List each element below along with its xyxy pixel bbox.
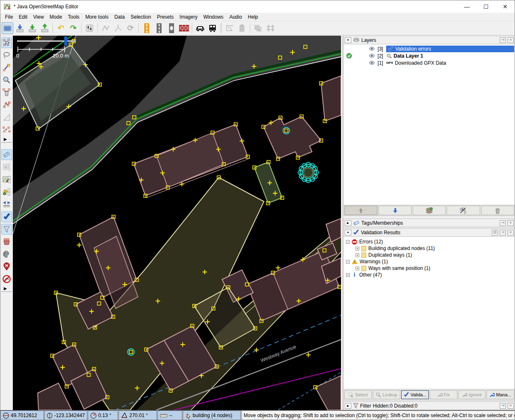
detach-icon[interactable]: ⊡ [492,230,498,235]
menu-tools[interactable]: Tools [65,13,82,21]
menu-help[interactable]: Help [245,13,261,21]
new-layer-icon[interactable] [2,22,13,34]
measure-icon[interactable] [224,22,235,34]
menu-data[interactable]: Data [111,13,128,21]
tree-item-duplicated-ways[interactable]: + Duplicated ways (1) [346,252,515,258]
menu-edit[interactable]: Edit [16,13,30,21]
filter-dialog-icon[interactable] [1,224,12,235]
menu-imagery[interactable]: Imagery [177,13,200,21]
minimize-button[interactable]: — [457,0,476,13]
menu-presets[interactable]: Presets [154,13,177,21]
delete-tool-icon[interactable] [1,87,12,98]
close-panel-icon[interactable]: × [508,220,514,226]
scheme-icon[interactable] [112,22,124,34]
collapse-node-icon[interactable]: − [346,260,350,264]
tree-item-other[interactable]: + i Other (47) [346,272,515,278]
expand-node-icon[interactable]: + [355,247,359,250]
menu-view[interactable]: View [30,13,47,21]
validate-button[interactable]: Valida... [401,390,429,399]
eye-icon[interactable] [369,61,375,65]
undo-icon[interactable]: ↶ [55,22,67,34]
wall-icon[interactable] [178,22,190,34]
collapse-icon[interactable]: ▶ [345,220,351,226]
relations-dialog-icon[interactable] [1,162,12,172]
remote-control-icon[interactable] [100,22,111,34]
layer-row-data[interactable]: [2] Data Layer 1 [343,52,515,59]
road-orange-icon[interactable] [141,22,152,34]
manage-button[interactable]: Mana... [486,390,514,399]
tree-item-building-dup-nodes[interactable]: + Building duplicated nodes (11) [346,245,515,252]
tree-item-ways-same-position[interactable]: + Ways with same position (1) [346,265,515,272]
delete-layer-button[interactable] [481,206,514,215]
changeset-dialog-icon[interactable] [1,236,12,247]
maximize-button[interactable]: ☐ [476,0,496,13]
road-oval-icon[interactable] [166,22,177,34]
close-panel-icon[interactable]: × [508,230,514,235]
conflict-dialog-icon[interactable] [1,199,12,210]
upload-data-icon[interactable] [39,22,51,34]
map-canvas[interactable]: Westway Avenue [13,36,341,410]
fix-button[interactable]: Fix [430,390,457,399]
menu-mode[interactable]: Mode [47,13,65,21]
draw-nodes-tool-icon[interactable] [1,62,12,73]
merge-icon[interactable] [265,22,276,34]
pin-icon[interactable]: ⊣ [500,403,506,409]
expand-node-icon[interactable]: + [346,273,350,277]
expand-icon[interactable]: ▶ [1,285,12,292]
zoom-tool-icon[interactable] [1,75,12,85]
building[interactable] [321,76,341,121]
tags-dialog-icon[interactable] [1,149,12,160]
expand-node-icon[interactable]: + [355,253,359,257]
move-tool-icon[interactable] [1,37,12,48]
close-button[interactable]: ✕ [496,0,515,13]
eye-icon[interactable] [369,54,375,58]
expand-node-icon[interactable]: + [355,267,359,270]
download-data-icon[interactable] [27,22,38,34]
ignore-button[interactable]: Ignore [458,390,486,399]
tree-item-warnings[interactable]: − Warnings (1) [346,258,515,265]
redo-icon[interactable]: ↷ [68,22,79,34]
collapse-node-icon[interactable]: − [346,240,350,244]
merge-nodes-tool-icon[interactable] [1,124,12,135]
close-panel-icon[interactable]: × [508,37,514,43]
lookup-button[interactable]: Lookup [373,390,401,399]
menu-windows[interactable]: Windows [201,13,227,21]
gpx-marker[interactable] [64,36,67,46]
close-panel-icon[interactable]: × [508,403,514,409]
pin-icon[interactable]: ⊣ [500,230,506,235]
collapse-icon[interactable]: ▼ [345,230,351,235]
palette-dialog-icon[interactable] [1,249,12,260]
activate-layer-button[interactable] [413,206,446,215]
unglue-tool-icon[interactable] [1,100,12,110]
menu-file[interactable]: File [2,13,16,21]
move-layer-down-button[interactable] [378,206,411,215]
pin-icon[interactable]: ⊣ [500,220,506,226]
menu-audio[interactable]: Audio [226,13,245,21]
lasso-tool-icon[interactable] [1,50,12,61]
show-hide-layer-button[interactable] [447,206,480,215]
preferences-icon[interactable] [84,22,95,34]
bus-icon[interactable] [207,22,218,34]
presets-dialog-icon[interactable] [1,187,12,197]
move-layer-up-button[interactable] [344,206,377,215]
collapse-icon[interactable]: ▼ [345,37,351,43]
menu-more-tools[interactable]: More tools [82,13,111,21]
download-along-icon[interactable] [14,22,26,34]
mapstyle-dialog-icon[interactable] [1,174,12,185]
marker-dialog-icon[interactable] [1,261,12,272]
tree-item-errors[interactable]: − Errors (12) [346,238,515,245]
duplicate-icon[interactable] [252,22,264,34]
validator-dialog-icon[interactable] [1,211,12,222]
angle-tool-icon[interactable] [1,112,12,123]
refresh-icon[interactable]: ⟳ [125,22,136,34]
layer-row-validation[interactable]: [3] Validation errors [343,45,515,52]
select-button[interactable]: Select [344,390,372,399]
road-gray-icon[interactable] [153,22,165,34]
noroute-dialog-icon[interactable] [1,274,12,284]
expand-icon[interactable]: ▶ [1,136,12,143]
pin-icon[interactable]: ⊣ [500,37,506,43]
layer-row-gpx[interactable]: [1] GPX Downloaded GPX Data [343,59,515,66]
car-icon[interactable] [194,22,206,34]
menu-selection[interactable]: Selection [128,13,154,21]
collapse-icon[interactable]: ▶ [345,403,351,409]
